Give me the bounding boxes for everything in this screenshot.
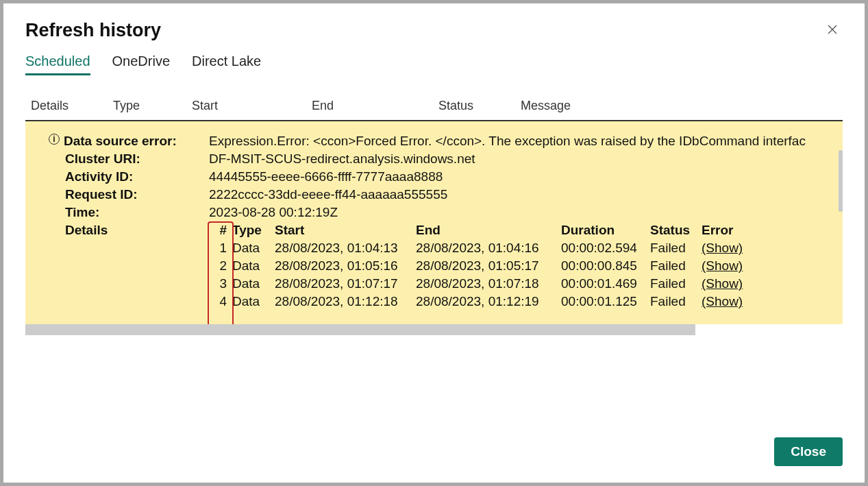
refresh-history-dialog: Refresh history Scheduled OneDrive Direc…	[3, 3, 865, 483]
cell-end: 28/08/2023, 01:05:17	[416, 258, 561, 274]
details-header-row: # Type Start End Duration Status Error	[209, 223, 756, 238]
outer-header-type: Type	[113, 99, 192, 113]
details-row: 4 Data 28/08/2023, 01:12:18 28/08/2023, …	[209, 294, 756, 309]
details-row: 3 Data 28/08/2023, 01:07:17 28/08/2023, …	[209, 276, 756, 291]
cell-type: Data	[232, 241, 275, 256]
label-cluster-uri: Cluster URI:	[65, 151, 209, 167]
dh-error: Error	[702, 223, 756, 238]
kv-time: Time: 2023-08-28 00:12:19Z	[49, 205, 843, 220]
tab-onedrive[interactable]: OneDrive	[112, 53, 170, 75]
cell-start: 28/08/2023, 01:04:13	[275, 241, 416, 256]
kv-request-id: Request ID: 2222cccc-33dd-eeee-ff44-aaaa…	[49, 187, 843, 202]
tab-directlake[interactable]: Direct Lake	[192, 53, 261, 75]
cell-end: 28/08/2023, 01:12:19	[416, 294, 561, 309]
outer-table-header: Details Type Start End Status Message	[25, 95, 843, 121]
tab-scheduled[interactable]: Scheduled	[25, 53, 90, 75]
label-request-id: Request ID:	[65, 187, 209, 202]
cell-end: 28/08/2023, 01:07:18	[416, 276, 561, 291]
show-error-link[interactable]: (Show)	[702, 294, 756, 309]
cell-num: 3	[209, 276, 232, 291]
value-data-source-error: Expression.Error: <ccon>Forced Error. </…	[209, 134, 843, 149]
outer-header-start: Start	[192, 99, 312, 113]
cell-type: Data	[232, 294, 275, 309]
kv-cluster-uri: Cluster URI: DF-MSIT-SCUS-redirect.analy…	[49, 151, 843, 167]
details-table: # Type Start End Duration Status Error 1…	[209, 223, 756, 309]
kv-data-source-error: i Data source error: Expression.Error: <…	[49, 134, 843, 149]
outer-header-details: Details	[31, 99, 113, 113]
cell-end: 28/08/2023, 01:04:16	[416, 241, 561, 256]
cell-num: 2	[209, 258, 232, 274]
cell-status: Failed	[650, 276, 702, 291]
show-error-link[interactable]: (Show)	[702, 276, 756, 291]
dh-start: Start	[275, 223, 416, 238]
dh-duration: Duration	[561, 223, 650, 238]
close-icon[interactable]	[822, 20, 843, 39]
cell-status: Failed	[650, 258, 702, 274]
label-time: Time:	[65, 205, 209, 220]
tab-bar: Scheduled OneDrive Direct Lake	[25, 53, 843, 75]
show-error-link[interactable]: (Show)	[702, 258, 756, 274]
cell-type: Data	[232, 258, 275, 274]
cell-dur: 00:00:00.845	[561, 258, 650, 274]
cell-status: Failed	[650, 241, 702, 256]
outer-header-message: Message	[521, 99, 837, 113]
outer-header-end: End	[312, 99, 438, 113]
show-error-link[interactable]: (Show)	[702, 241, 756, 256]
label-data-source-error: Data source error:	[64, 134, 177, 149]
label-details: Details	[65, 223, 209, 309]
value-activity-id: 44445555-eeee-6666-ffff-7777aaaa8888	[209, 169, 843, 184]
value-request-id: 2222cccc-33dd-eeee-ff44-aaaaaa555555	[209, 187, 843, 202]
label-activity-id: Activity ID:	[65, 169, 209, 184]
dialog-footer: Close	[25, 424, 843, 466]
cell-dur: 00:00:01.469	[561, 276, 650, 291]
cell-num: 4	[209, 294, 232, 309]
cell-start: 28/08/2023, 01:05:16	[275, 258, 416, 274]
error-panel: i Data source error: Expression.Error: <…	[25, 121, 843, 324]
page-title: Refresh history	[25, 20, 161, 41]
dialog-header: Refresh history	[25, 20, 843, 53]
vertical-scrollbar[interactable]	[839, 150, 843, 212]
dh-type: Type	[232, 223, 275, 238]
value-time: 2023-08-28 00:12:19Z	[209, 205, 843, 220]
cell-start: 28/08/2023, 01:12:18	[275, 294, 416, 309]
dh-num: #	[209, 223, 232, 238]
kv-activity-id: Activity ID: 44445555-eeee-6666-ffff-777…	[49, 169, 843, 184]
info-icon: i	[49, 134, 60, 145]
details-block: Details # Type Start End Duration Status…	[49, 223, 843, 309]
error-panel-wrap: i Data source error: Expression.Error: <…	[25, 121, 843, 324]
horizontal-scrollbar[interactable]	[25, 324, 695, 335]
cell-dur: 00:00:01.125	[561, 294, 650, 309]
dh-end: End	[416, 223, 561, 238]
dh-status: Status	[650, 223, 702, 238]
cell-num: 1	[209, 241, 232, 256]
outer-header-status: Status	[438, 99, 521, 113]
details-row: 2 Data 28/08/2023, 01:05:16 28/08/2023, …	[209, 258, 756, 274]
cell-start: 28/08/2023, 01:07:17	[275, 276, 416, 291]
close-button[interactable]: Close	[774, 437, 843, 466]
cell-dur: 00:00:02.594	[561, 241, 650, 256]
value-cluster-uri: DF-MSIT-SCUS-redirect.analysis.windows.n…	[209, 151, 843, 167]
details-row: 1 Data 28/08/2023, 01:04:13 28/08/2023, …	[209, 241, 756, 256]
cell-status: Failed	[650, 294, 702, 309]
cell-type: Data	[232, 276, 275, 291]
